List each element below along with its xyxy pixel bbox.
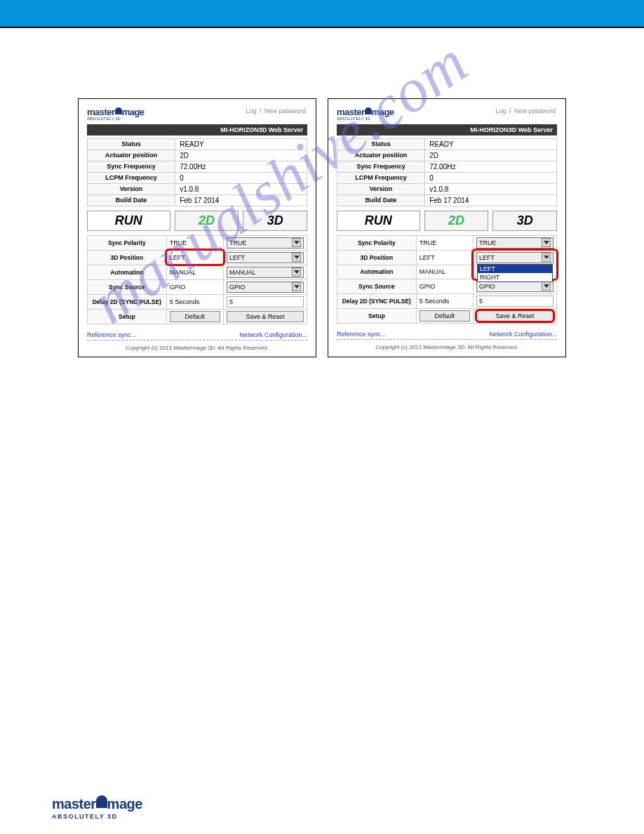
chevron-down-icon bbox=[292, 238, 301, 247]
2d-button[interactable]: 2D bbox=[424, 211, 489, 231]
new-password-link[interactable]: New password bbox=[513, 107, 557, 114]
lcpm-freq-value: 0 bbox=[425, 172, 557, 183]
panel-left: mastermage ABSOLUTELY 3D Log / New passw… bbox=[78, 98, 316, 357]
sync-freq-label: Sync Frequency bbox=[88, 161, 175, 172]
sync-freq-value: 72.00Hz bbox=[175, 161, 307, 172]
new-password-link[interactable]: New password bbox=[263, 107, 307, 114]
top-blue-bar bbox=[0, 0, 644, 27]
footer-logo: mastermage ABSOLUTELY 3D bbox=[52, 796, 142, 820]
logo-text-1: master bbox=[87, 107, 115, 117]
network-config-link[interactable]: Network Configuration... bbox=[239, 331, 307, 338]
chevron-down-icon bbox=[292, 253, 301, 262]
3d-position-dropdown: LEFT RIGHT bbox=[477, 264, 553, 282]
automation-label: Automation bbox=[88, 265, 167, 279]
header-links: Log / New password bbox=[494, 107, 557, 114]
chevron-down-icon bbox=[542, 282, 551, 291]
logo-text-2: mage bbox=[122, 107, 145, 117]
logo-dot-icon bbox=[96, 795, 107, 808]
version-value: v1.0.8 bbox=[425, 183, 557, 194]
sync-source-select-text: GPIO bbox=[229, 284, 246, 291]
3d-position-select-text: LEFT bbox=[229, 254, 245, 261]
status-table: StatusREADY Actuator position2D Sync Fre… bbox=[87, 138, 307, 206]
sync-source-label: Sync Source bbox=[88, 279, 167, 294]
save-reset-button[interactable]: Save & Reset bbox=[227, 311, 304, 322]
sync-polarity-value: TRUE bbox=[416, 235, 473, 250]
dotted-divider bbox=[337, 339, 557, 340]
delay-2d-label: Delay 2D (SYNC PULSE) bbox=[337, 293, 417, 308]
3d-position-label: 3D Position bbox=[88, 250, 167, 265]
sync-source-value: GPIO bbox=[416, 279, 473, 293]
automation-select[interactable]: MANUAL bbox=[227, 267, 304, 278]
logo-text-1: master bbox=[52, 796, 96, 812]
status-label: Status bbox=[337, 138, 425, 150]
sync-freq-value: 72.00Hz bbox=[425, 161, 557, 172]
sync-polarity-select-text: TRUE bbox=[229, 239, 247, 246]
actuator-pos-label: Actuator position bbox=[88, 150, 175, 161]
delay-2d-label: Delay 2D (SYNC PULSE) bbox=[88, 294, 167, 309]
dropdown-option-left[interactable]: LEFT bbox=[478, 265, 552, 273]
copyright: Copyright (c) 2013 MasterImage 3D. All R… bbox=[337, 341, 557, 352]
delay-2d-input[interactable]: 5 bbox=[227, 296, 304, 307]
default-button[interactable]: Default bbox=[420, 310, 470, 322]
actuator-pos-value: 2D bbox=[175, 150, 307, 161]
version-label: Version bbox=[337, 183, 425, 194]
status-value: READY bbox=[175, 138, 307, 150]
3d-position-select[interactable]: LEFT bbox=[227, 252, 304, 263]
status-table: StatusREADY Actuator position2D Sync Fre… bbox=[337, 138, 557, 206]
automation-value: MANUAL bbox=[166, 265, 223, 279]
network-config-link[interactable]: Network Configuration... bbox=[489, 331, 557, 338]
logo-text-2: mage bbox=[107, 796, 142, 812]
panel-title: MI-HORIZON3D Web Server bbox=[87, 124, 307, 135]
3d-button[interactable]: 3D bbox=[492, 211, 557, 231]
logo-text-1: master bbox=[337, 107, 365, 117]
actuator-pos-value: 2D bbox=[425, 150, 557, 161]
version-value: v1.0.8 bbox=[175, 183, 307, 194]
delay-2d-value: 5 Seconds bbox=[166, 294, 223, 309]
log-link[interactable]: Log bbox=[494, 107, 507, 114]
run-button[interactable]: RUN bbox=[337, 211, 420, 231]
dotted-divider bbox=[87, 340, 307, 340]
3d-position-select[interactable]: LEFT LEFT RIGHT bbox=[476, 252, 554, 263]
settings-table: Sync Polarity TRUE TRUE 3D Position LEFT… bbox=[87, 235, 307, 324]
sync-source-select-text: GPIO bbox=[479, 283, 495, 290]
run-button[interactable]: RUN bbox=[87, 211, 170, 231]
setup-label: Setup bbox=[88, 309, 167, 324]
sync-freq-label: Sync Frequency bbox=[337, 161, 425, 172]
reference-sync-link[interactable]: Reference sync... bbox=[337, 331, 386, 338]
logo: mastermage ABSOLUTELY 3D bbox=[337, 107, 394, 121]
build-date-label: Build Date bbox=[337, 194, 425, 206]
lcpm-freq-label: LCPM Frequency bbox=[337, 172, 425, 183]
sync-polarity-select[interactable]: TRUE bbox=[227, 237, 304, 249]
setup-label: Setup bbox=[337, 308, 417, 323]
sync-polarity-select[interactable]: TRUE bbox=[476, 237, 554, 249]
reference-sync-link[interactable]: Reference sync... bbox=[87, 331, 136, 338]
logo-tagline: ABSOLUTELY 3D bbox=[87, 117, 145, 121]
save-reset-button[interactable]: Save & Reset bbox=[476, 310, 554, 322]
automation-label: Automation bbox=[337, 265, 417, 279]
2d-button[interactable]: 2D bbox=[175, 211, 239, 231]
copyright: Copyright (c) 2013 MasterImage 3D. All R… bbox=[87, 342, 307, 352]
delay-2d-value: 5 Seconds bbox=[416, 293, 473, 308]
sync-polarity-value: TRUE bbox=[166, 235, 223, 250]
delay-2d-input[interactable]: 5 bbox=[476, 296, 554, 307]
automation-value: MANUAL bbox=[416, 265, 473, 279]
logo-tagline: ABSOLUTELY 3D bbox=[337, 117, 394, 121]
dropdown-option-right[interactable]: RIGHT bbox=[478, 273, 552, 282]
lcpm-freq-value: 0 bbox=[175, 172, 307, 183]
default-button[interactable]: Default bbox=[170, 311, 220, 322]
link-sep: / bbox=[509, 107, 511, 114]
sync-polarity-select-text: TRUE bbox=[479, 239, 497, 246]
logo: mastermage ABSOLUTELY 3D bbox=[87, 107, 145, 121]
sync-source-select[interactable]: GPIO bbox=[476, 281, 554, 292]
3d-position-select-text: LEFT bbox=[479, 254, 495, 261]
3d-position-value: LEFT bbox=[416, 250, 473, 265]
chevron-down-icon bbox=[292, 267, 301, 277]
sync-polarity-label: Sync Polarity bbox=[88, 235, 167, 250]
logo-dot-icon bbox=[115, 107, 122, 114]
sync-source-label: Sync Source bbox=[337, 279, 417, 293]
sync-source-select[interactable]: GPIO bbox=[227, 282, 304, 293]
log-link[interactable]: Log bbox=[244, 107, 257, 114]
3d-button[interactable]: 3D bbox=[243, 211, 307, 231]
chevron-down-icon bbox=[542, 253, 551, 262]
logo-dot-icon bbox=[365, 107, 372, 114]
